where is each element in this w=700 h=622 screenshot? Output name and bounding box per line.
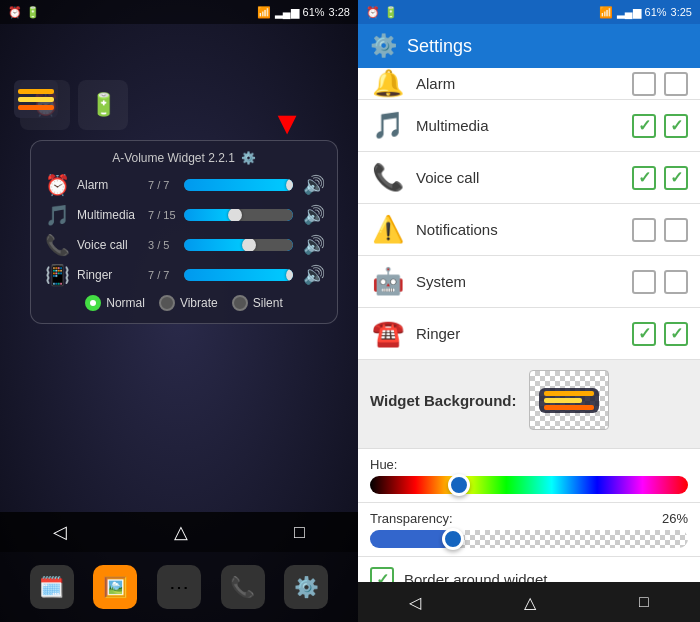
border-checkbox[interactable]: ✓: [370, 567, 394, 582]
ringer-check2[interactable]: ✓: [664, 322, 688, 346]
voicecall-track: [184, 239, 293, 251]
ringer-label: Ringer: [77, 268, 142, 282]
transparency-slider[interactable]: [370, 530, 688, 548]
hue-slider[interactable]: [370, 476, 688, 494]
system-check2[interactable]: [664, 270, 688, 294]
ringer-track: [184, 269, 293, 281]
notifications-row-label: Notifications: [416, 221, 632, 238]
system-row-label: System: [416, 273, 632, 290]
right-status-right: 📶 ▂▄▆ 61% 3:25: [599, 6, 692, 19]
dock-settings[interactable]: ⚙️: [284, 565, 328, 609]
mode-vibrate-label: Vibrate: [180, 296, 218, 310]
border-section: ✓ Border around widget: [358, 557, 700, 582]
multimedia-count: 7 / 15: [148, 209, 178, 221]
right-alarm-icon: ⏰: [366, 6, 380, 19]
multimedia-check1[interactable]: ✓: [632, 114, 656, 138]
alarm-thumb[interactable]: [286, 179, 293, 191]
right-status-left: ⏰ 🔋: [366, 6, 398, 19]
multimedia-speaker-icon: 🔊: [303, 204, 325, 226]
voicecall-checkmark1: ✓: [638, 168, 651, 187]
transparency-fill: [370, 530, 453, 548]
multimedia-check2[interactable]: ✓: [664, 114, 688, 138]
transparency-label-text: Transparency:: [370, 511, 453, 526]
calendar-icon: 🗓️: [39, 575, 64, 599]
alarm-label: Alarm: [77, 178, 142, 192]
notifications-check1[interactable]: [632, 218, 656, 242]
signal-icon: ▂▄▆: [275, 6, 299, 19]
voicecall-slider[interactable]: [184, 236, 293, 254]
mode-normal-label: Normal: [106, 296, 145, 310]
hue-thumb[interactable]: [448, 474, 470, 496]
wifi-icon: 📶: [257, 6, 271, 19]
left-status-bar: ⏰ 🔋 📶 ▂▄▆ 61% 3:28: [0, 0, 358, 24]
recents-button-right[interactable]: □: [639, 593, 649, 611]
widget-title-label: A-Volume Widget 2.2.1: [112, 151, 235, 165]
ringer-count: 7 / 7: [148, 269, 178, 281]
ringer-check-container: ✓ ✓: [632, 322, 688, 346]
back-button-left[interactable]: ◁: [53, 521, 67, 543]
voicecall-check2[interactable]: ✓: [664, 166, 688, 190]
settings-row-multimedia: 🎵 Multimedia ✓ ✓: [358, 100, 700, 152]
apps-icon: ⋯: [169, 575, 189, 599]
right-battery-icon: 🔋: [384, 6, 398, 19]
mode-vibrate-button[interactable]: Vibrate: [159, 295, 218, 311]
voicecall-check-container: ✓ ✓: [632, 166, 688, 190]
multimedia-icon: 🎵: [43, 203, 71, 227]
ringer-slider[interactable]: [184, 266, 293, 284]
multimedia-checkmark1: ✓: [638, 116, 651, 135]
right-clock: 3:25: [671, 6, 692, 18]
settings-header: ⚙️ Settings: [358, 24, 700, 68]
system-check1[interactable]: [632, 270, 656, 294]
transparency-label: Transparency: 26%: [370, 511, 688, 526]
right-panel: ⏰ 🔋 📶 ▂▄▆ 61% 3:25 ⚙️ Settings 🔔 Alarm 🎵: [358, 0, 700, 622]
settings-widget-icon[interactable]: ⚙️: [241, 151, 256, 165]
multimedia-label: Multimedia: [77, 208, 142, 222]
alarm-fill: [184, 179, 293, 191]
settings-dock-icon: ⚙️: [294, 575, 319, 599]
voicecall-icon: 📞: [43, 233, 71, 257]
dock: 🗓️ 🖼️ ⋯ 📞 ⚙️: [0, 552, 358, 622]
left-panel: ⏰ 🔋 📶 ▂▄▆ 61% 3:28 ⏰ 🔋 ▼ Settings A-Volu…: [0, 0, 358, 622]
ringer-checkmark2: ✓: [670, 324, 683, 343]
hue-section: Hue:: [358, 449, 700, 503]
ringer-check1[interactable]: ✓: [632, 322, 656, 346]
mode-normal-dot-inner: [90, 300, 96, 306]
ringer-thumb[interactable]: [286, 269, 293, 281]
mode-normal-button[interactable]: Normal: [85, 295, 145, 311]
ringer-checkmark1: ✓: [638, 324, 651, 343]
back-button-right[interactable]: ◁: [409, 593, 421, 612]
multimedia-row-label: Multimedia: [416, 117, 632, 134]
dock-calendar[interactable]: 🗓️: [30, 565, 74, 609]
notifications-check2[interactable]: [664, 218, 688, 242]
alarm-slider[interactable]: [184, 176, 293, 194]
mode-silent-button[interactable]: Silent: [232, 295, 283, 311]
widget-preview: [529, 370, 609, 430]
dock-phone[interactable]: 📞: [221, 565, 265, 609]
widget-preview-inner: [539, 388, 599, 413]
home-button-left[interactable]: △: [174, 521, 188, 543]
dock-apps[interactable]: ⋯: [157, 565, 201, 609]
voicecall-label: Voice call: [77, 238, 142, 252]
voicecall-check1[interactable]: ✓: [632, 166, 656, 190]
multimedia-check-container: ✓ ✓: [632, 114, 688, 138]
right-battery-pct: 61%: [645, 6, 667, 18]
settings-row-system: 🤖 System: [358, 256, 700, 308]
ringer-fill: [184, 269, 293, 281]
voicecall-thumb[interactable]: [242, 239, 256, 251]
system-check-container: [632, 270, 688, 294]
widget-background-section: Widget Background:: [358, 360, 700, 449]
alarm-check1[interactable]: [632, 72, 656, 96]
status-icons-right: 📶 ▂▄▆ 61% 3:28: [257, 6, 350, 19]
dock-gallery[interactable]: 🖼️: [93, 565, 137, 609]
recents-button-left[interactable]: □: [294, 522, 305, 543]
voicecall-checkmark2: ✓: [670, 168, 683, 187]
alarm-check2[interactable]: [664, 72, 688, 96]
multimedia-slider[interactable]: [184, 206, 293, 224]
nav-bar-left: ◁ △ □: [0, 512, 358, 552]
red-arrow: ▼: [271, 105, 303, 142]
volume-widget[interactable]: Settings A-Volume Widget 2.2.1 ⚙️ ⏰ Alar…: [30, 140, 338, 324]
home-button-right[interactable]: △: [524, 593, 536, 612]
multimedia-thumb[interactable]: [228, 209, 242, 221]
notifications-row-icon: ⚠️: [370, 214, 406, 245]
transparency-thumb[interactable]: [442, 528, 464, 550]
